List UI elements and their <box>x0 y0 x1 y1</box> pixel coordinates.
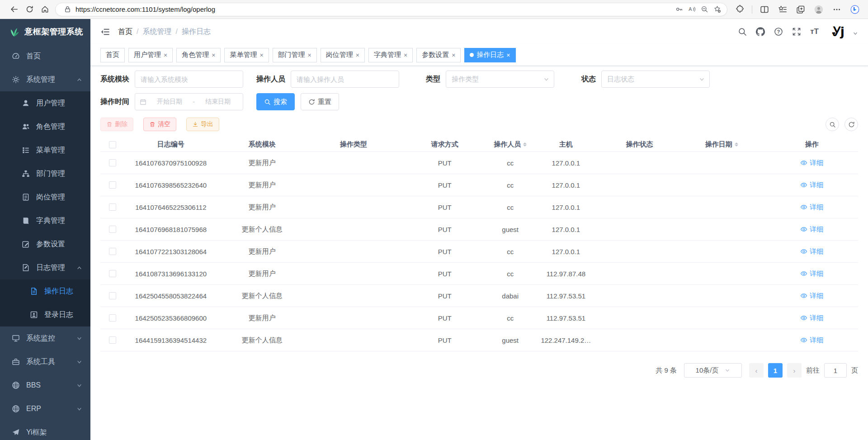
sidebar-item-role-mgmt[interactable]: 角色管理 <box>0 115 90 138</box>
home-icon[interactable] <box>37 3 52 16</box>
type-select[interactable]: 操作类型 <box>446 71 554 88</box>
bing-icon[interactable] <box>847 3 863 16</box>
row-checkbox[interactable] <box>109 270 116 277</box>
detail-link[interactable]: 详细 <box>800 336 823 345</box>
tab-param-settings[interactable]: 参数设置× <box>416 48 461 62</box>
sidebar-item-system-tools[interactable]: 系统工具 <box>0 350 90 374</box>
back-icon[interactable] <box>6 3 22 16</box>
collections-icon[interactable] <box>793 3 808 16</box>
sidebar-item-home[interactable]: 首页 <box>0 44 90 68</box>
tab-oper-log-active[interactable]: 操作日志× <box>464 48 515 62</box>
address-bar[interactable]: https://ccnetcore.com:1101/system/log/op… <box>55 3 727 16</box>
tab-user-mgmt[interactable]: 用户管理× <box>128 48 173 62</box>
reset-button[interactable]: 重置 <box>301 93 339 110</box>
module-input[interactable] <box>135 71 243 88</box>
sidebar-item-oper-log[interactable]: 操作日志 <box>0 279 90 303</box>
tab-role-mgmt[interactable]: 角色管理× <box>176 48 221 62</box>
detail-link[interactable]: 详细 <box>800 247 823 256</box>
tab-dept-mgmt[interactable]: 部门管理× <box>273 48 317 62</box>
sidebar-item-menu-mgmt[interactable]: 菜单管理 <box>0 138 90 162</box>
delete-button[interactable]: 删除 <box>100 118 133 131</box>
favorites-bar-icon[interactable] <box>775 3 790 16</box>
tab-menu-mgmt[interactable]: 菜单管理× <box>224 48 269 62</box>
tab-post-mgmt[interactable]: 岗位管理× <box>321 48 365 62</box>
goto-page-input[interactable] <box>824 363 847 378</box>
close-tab-icon[interactable]: × <box>259 52 263 59</box>
row-checkbox[interactable] <box>109 248 116 255</box>
sidebar-item-dict-mgmt[interactable]: 字典管理 <box>0 209 90 232</box>
export-button[interactable]: 导出 <box>186 118 219 131</box>
refresh-table-button[interactable] <box>844 118 858 131</box>
zoom-out-icon[interactable] <box>698 4 711 15</box>
sidebar-item-dept-mgmt[interactable]: 部门管理 <box>0 162 90 185</box>
sidebar-item-param-settings[interactable]: 参数设置 <box>0 232 90 256</box>
search-button[interactable]: 搜索 <box>256 93 295 110</box>
close-tab-icon[interactable]: × <box>404 52 407 59</box>
row-checkbox[interactable] <box>109 336 116 344</box>
profile-avatar-icon[interactable] <box>811 3 826 16</box>
sidebar-item-erp[interactable]: ERP <box>0 397 90 421</box>
fullscreen-icon[interactable] <box>792 27 801 36</box>
operator-input[interactable] <box>291 71 399 88</box>
current-page[interactable]: 1 <box>768 363 783 378</box>
detail-link[interactable]: 详细 <box>800 159 823 167</box>
row-checkbox[interactable] <box>109 226 116 233</box>
tab-dict-mgmt[interactable]: 字典管理× <box>368 48 413 62</box>
detail-link[interactable]: 详细 <box>800 203 823 212</box>
detail-link[interactable]: 详细 <box>800 181 823 189</box>
sidebar-item-user-mgmt[interactable]: 用户管理 <box>0 91 90 115</box>
help-icon[interactable]: ? <box>774 27 783 36</box>
next-page-button[interactable]: › <box>787 363 802 378</box>
detail-link[interactable]: 详细 <box>800 270 823 278</box>
split-screen-icon[interactable] <box>757 3 772 16</box>
close-tab-icon[interactable]: × <box>212 52 215 59</box>
page-size-select[interactable]: 10条/页 <box>684 363 742 378</box>
sidebar-item-bbs[interactable]: BBS <box>0 374 90 397</box>
close-tab-icon[interactable]: × <box>356 52 359 59</box>
favorite-add-icon[interactable] <box>711 4 723 15</box>
extensions-icon[interactable] <box>732 3 747 16</box>
chevron-down-icon[interactable] <box>853 31 858 36</box>
breadcrumb-home[interactable]: 首页 <box>118 27 132 37</box>
row-checkbox[interactable] <box>109 314 116 322</box>
app-logo[interactable]: 意框架管理系统 <box>0 19 90 44</box>
prev-page-button[interactable]: ‹ <box>749 363 764 378</box>
close-tab-icon[interactable]: × <box>164 52 167 59</box>
user-avatar[interactable]: Ꮍj <box>832 24 844 39</box>
col-operator-sortable[interactable]: 操作人员 <box>490 140 531 149</box>
fold-menu-icon[interactable] <box>100 27 110 37</box>
close-tab-icon[interactable]: × <box>506 52 510 59</box>
detail-link[interactable]: 详细 <box>800 314 823 322</box>
sidebar-item-yi-framework[interactable]: Yi框架 <box>0 421 90 440</box>
detail-link[interactable]: 详细 <box>800 225 823 234</box>
sort-icon[interactable] <box>523 142 527 147</box>
status-select[interactable]: 日志状态 <box>601 71 710 88</box>
select-all-checkbox[interactable] <box>109 141 116 148</box>
sort-icon[interactable] <box>735 142 738 147</box>
row-checkbox[interactable] <box>109 203 116 211</box>
more-icon[interactable] <box>829 3 844 16</box>
sidebar-item-system-monitor[interactable]: 系统监控 <box>0 326 90 350</box>
col-date-sortable[interactable]: 操作日期 <box>678 140 765 149</box>
tab-home[interactable]: 首页 <box>100 48 125 62</box>
date-range-picker[interactable]: 开始日期 - 结束日期 <box>135 93 243 110</box>
read-aloud-icon[interactable]: A <box>685 4 698 15</box>
close-tab-icon[interactable]: × <box>308 52 311 59</box>
sidebar-item-system-mgmt[interactable]: 系统管理 <box>0 68 90 91</box>
detail-link[interactable]: 详细 <box>800 292 823 300</box>
search-toggle-button[interactable] <box>826 118 839 131</box>
clear-button[interactable]: 清空 <box>143 118 176 131</box>
row-checkbox[interactable] <box>109 292 116 299</box>
sidebar-item-login-log[interactable]: 登录日志 <box>0 303 90 326</box>
row-checkbox[interactable] <box>109 181 116 189</box>
reload-icon[interactable] <box>22 3 37 16</box>
search-icon[interactable] <box>738 27 747 36</box>
row-checkbox[interactable] <box>109 159 116 166</box>
text-size-icon[interactable]: ᴛT <box>810 27 819 36</box>
github-icon[interactable] <box>756 27 765 36</box>
url-text[interactable]: https://ccnetcore.com:1101/system/log/op… <box>75 5 673 13</box>
password-key-icon[interactable] <box>673 4 685 15</box>
sidebar-item-post-mgmt[interactable]: 岗位管理 <box>0 185 90 209</box>
sidebar-item-log-mgmt[interactable]: 日志管理 <box>0 256 90 279</box>
close-tab-icon[interactable]: × <box>452 52 455 59</box>
